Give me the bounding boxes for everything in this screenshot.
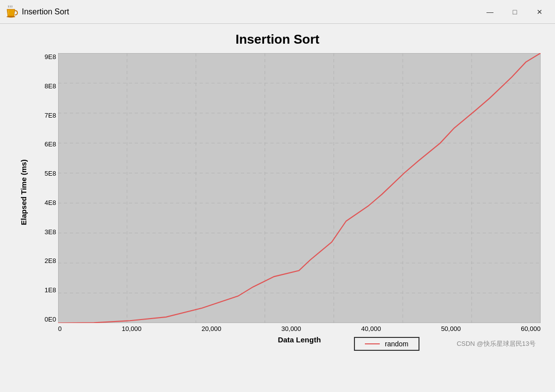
y-tick-2: 2E8 bbox=[45, 257, 56, 264]
title-bar-buttons: — □ ✕ bbox=[479, 4, 551, 20]
chart-svg-container bbox=[58, 53, 541, 323]
svg-rect-2 bbox=[58, 53, 541, 323]
y-tick-6: 6E8 bbox=[45, 140, 56, 148]
y-axis-label-container: Elapsed Time (ms) bbox=[14, 53, 32, 331]
x-tick-6: 60,000 bbox=[521, 325, 541, 332]
legend-area: random CSDN @快乐星球居民13号 bbox=[14, 337, 541, 351]
y-tick-8: 8E8 bbox=[45, 82, 56, 90]
watermark: CSDN @快乐星球居民13号 bbox=[457, 339, 536, 348]
y-axis-label: Elapsed Time (ms) bbox=[19, 159, 28, 225]
title-bar-left: Insertion Sort bbox=[4, 5, 69, 19]
x-tick-3: 30,000 bbox=[281, 325, 301, 332]
java-icon bbox=[4, 5, 18, 19]
chart-svg bbox=[58, 53, 541, 323]
title-bar: Insertion Sort — □ ✕ bbox=[0, 0, 555, 24]
y-tick-7: 7E8 bbox=[45, 112, 56, 119]
chart-with-axes: 0E0 1E8 2E8 3E8 4E8 5E8 6E8 7E8 8E8 9E8 bbox=[32, 53, 541, 331]
y-tick-9: 9E8 bbox=[45, 53, 56, 61]
y-tick-1: 1E8 bbox=[45, 286, 56, 294]
chart-plot-area: 0E0 1E8 2E8 3E8 4E8 5E8 6E8 7E8 8E8 9E8 bbox=[32, 53, 541, 323]
chart-area-wrapper: Elapsed Time (ms) 0E0 1E8 2E8 3E8 4E8 5E… bbox=[14, 53, 541, 331]
y-axis-ticks: 0E0 1E8 2E8 3E8 4E8 5E8 6E8 7E8 8E8 9E8 bbox=[32, 53, 58, 323]
x-tick-5: 50,000 bbox=[441, 325, 461, 332]
x-tick-1: 10,000 bbox=[122, 325, 141, 332]
y-tick-0: 0E0 bbox=[45, 316, 56, 323]
minimize-button[interactable]: — bbox=[479, 4, 501, 20]
x-tick-4: 40,000 bbox=[361, 325, 381, 332]
svg-point-1 bbox=[6, 15, 15, 17]
x-tick-0: 0 bbox=[58, 325, 62, 332]
close-button[interactable]: ✕ bbox=[528, 4, 551, 20]
title-bar-title: Insertion Sort bbox=[22, 7, 69, 16]
legend-line-random bbox=[365, 343, 380, 344]
x-axis-ticks: 0 10,000 20,000 30,000 40,000 50,000 60,… bbox=[58, 323, 541, 332]
legend-box: random bbox=[354, 337, 419, 351]
chart-container: Insertion Sort Elapsed Time (ms) 0E0 1E8… bbox=[0, 24, 555, 392]
legend-label-random: random bbox=[385, 340, 408, 348]
y-tick-3: 3E8 bbox=[45, 228, 56, 236]
y-tick-5: 5E8 bbox=[45, 170, 56, 177]
y-tick-4: 4E8 bbox=[45, 199, 56, 206]
maximize-button[interactable]: □ bbox=[503, 4, 526, 20]
chart-title: Insertion Sort bbox=[235, 32, 319, 47]
x-tick-2: 20,000 bbox=[202, 325, 221, 332]
